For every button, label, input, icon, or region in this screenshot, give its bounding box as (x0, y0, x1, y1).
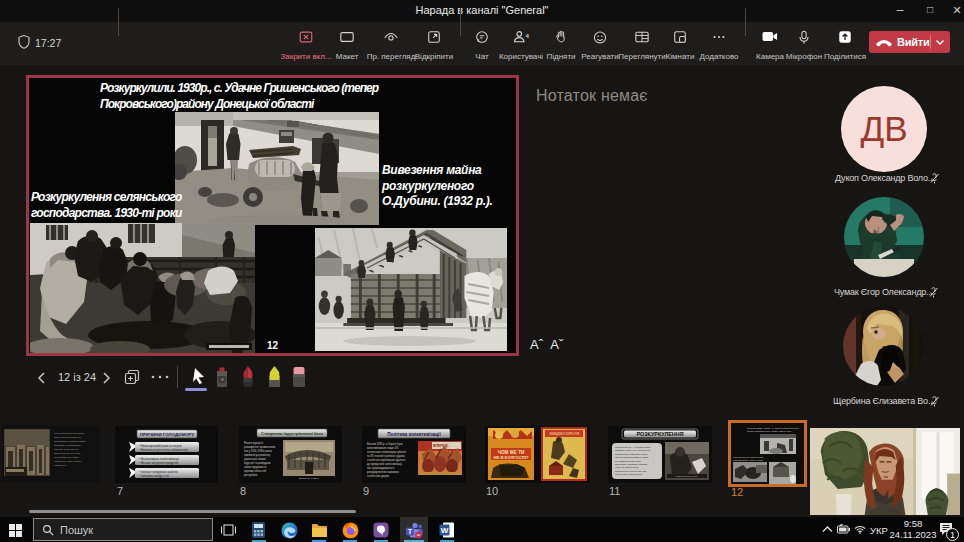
svg-text:українське село та його: українське село та його (54, 460, 82, 463)
svg-text:української важкої: української важкої (244, 457, 266, 461)
svg-text:колективізовано лише 4%: колективізовано лише 4% (367, 446, 399, 450)
svg-text:НЕ В КОЛГОСПІ?: НЕ В КОЛГОСПІ? (493, 455, 529, 460)
svg-text:ЗНИЩИМО КУРКУЛЯ: ЗНИЩИМО КУРКУЛЯ (549, 432, 579, 436)
svg-text:W: W (441, 526, 449, 535)
svg-text:селянських дворів.: селянських дворів. (367, 474, 390, 478)
svg-text:• Непосильні для селян хлібоза: • Непосильні для селян хлібозаготівлі (139, 448, 188, 452)
svg-text:баз у 1920-1930х роках: баз у 1920-1930х роках (244, 449, 273, 453)
svg-text:відбувалася прискореними: відбувалася прискореними (54, 440, 86, 443)
svg-text:T: T (408, 528, 412, 535)
svg-text:Дніпрогес, 1932 р.: Дніпрогес, 1932 р. (299, 477, 319, 480)
svg-text:ПРИЧИНИ ГОЛОДОМОРУ: ПРИЧИНИ ГОЛОДОМОРУ (140, 432, 195, 437)
svg-text:(тепер Покровського) району До: (тепер Покровського) району Донецької (747, 430, 791, 433)
svg-text:республіки.: республіки. (244, 473, 258, 477)
svg-text:розширення промислових: розширення промислових (244, 446, 276, 449)
svg-text:темпами, що вимагало: темпами, що вимагало (54, 444, 81, 447)
svg-text:РОЗКУРКУЛЕННЯ: РОЗКУРКУЛЕННЯ (636, 431, 683, 437)
svg-text:яка супроводжувалася: яка супроводжувалася (367, 467, 395, 470)
svg-text:матеріальних ресурсів,: матеріальних ресурсів, (54, 452, 81, 455)
svg-text:та 3% поголів'я робочої худоби: та 3% поголів'я робочої худоби, (367, 454, 405, 458)
svg-text:Створення індустріальної бази: Створення індустріальної бази (261, 431, 324, 436)
svg-text:• Масове вилучення продуктів: • Масове вилучення продуктів (139, 461, 179, 465)
svg-text:окремих областей: окремих областей (244, 469, 266, 473)
svg-text:4: 4 (525, 32, 529, 39)
svg-text:до примусової колективізації,: до примусової колективізації, (367, 462, 403, 466)
svg-text:населення.: населення. (54, 464, 67, 467)
svg-text:розкуркуленням заможних: розкуркуленням заможних (367, 471, 399, 474)
svg-text:Політика колективізації: Політика колективізації (387, 432, 441, 437)
svg-text:Реконструкція й: Реконструкція й (244, 441, 264, 445)
svg-text:ВПЕРЕД!..: ВПЕРЕД!.. (433, 444, 450, 448)
svg-text:• Заборона виїзду з сіл: • Заборона виїзду з сіл (139, 474, 169, 478)
svg-text:господарства. 1930-ті роки: господарства. 1930-ті роки (733, 459, 763, 462)
svg-text:сталінське керівництво вдалося: сталінське керівництво вдалося (367, 458, 406, 462)
svg-text:Розкуркулення селян: Розкуркулення селян (676, 475, 698, 477)
svg-text:Індустріалізація України в: Індустріалізація України в (54, 432, 85, 435)
svg-text:значних людських та: значних людських та (54, 448, 79, 451)
svg-text:селянських господарств.: селянських господарств. (615, 473, 643, 476)
svg-text:призвели до розвитку: призвели до розвитку (244, 454, 271, 457)
svg-text:нових підприємств: нових підприємств (244, 465, 267, 469)
svg-text:роки перших п'ятирічок: роки перших п'ятирічок (54, 436, 82, 439)
svg-text:індустрії та розбудови: індустрії та розбудови (244, 461, 271, 465)
svg-text:селянського землекористування: селянського землекористування (367, 451, 407, 454)
svg-text:джерелом яких стало: джерелом яких стало (54, 456, 80, 459)
svg-text:Восени 1928 р. в Україні було: Восени 1928 р. в Україні було (367, 442, 403, 446)
